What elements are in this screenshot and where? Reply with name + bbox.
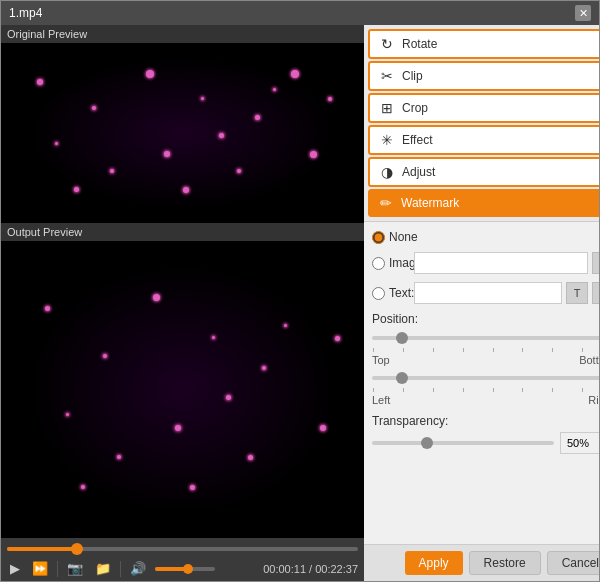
tool-buttons: ↻ Rotate ✂ Clip ⊞ Crop ✳ Effect ◑ Adju [364,25,599,222]
progress-fill [7,547,77,551]
effect-label: Effect [402,133,432,147]
transparency-label: Transparency: [372,414,599,428]
clip-label: Clip [402,69,423,83]
v-slider-labels: Left Right [372,394,599,406]
original-preview [1,43,364,223]
progress-thumb[interactable] [71,543,83,555]
rotate-icon: ↻ [378,36,396,52]
restore-button[interactable]: Restore [469,551,541,575]
text-grid-button[interactable]: ▦ [592,282,599,304]
window-title: 1.mp4 [9,6,42,20]
play-button[interactable]: ▶ [7,560,23,577]
image-browse-button[interactable]: … [592,252,599,274]
image-row: Image: … [372,252,599,274]
folder-button[interactable]: 📁 [92,560,114,577]
controls-bar: ▶ ⏩ 📷 📁 🔊 00:00:11 / 00:22:37 [1,538,364,581]
adjust-icon: ◑ [378,164,396,180]
clip-icon: ✂ [378,68,396,84]
position-label: Position: [372,312,599,326]
position-section: Position: Top Bottom [372,312,599,406]
text-input[interactable] [414,282,562,304]
h-slider-labels: Top Bottom [372,354,599,366]
crop-button[interactable]: ⊞ Crop [368,93,599,123]
mute-button[interactable]: 🔊 [127,560,149,577]
volume-thumb[interactable] [183,564,193,574]
main-window: 1.mp4 ✕ Original Preview [0,0,600,582]
rotate-label: Rotate [402,37,437,51]
v-ticks [372,388,599,392]
output-preview-label: Output Preview [1,223,364,241]
h-position-slider[interactable] [372,336,599,340]
titlebar: 1.mp4 ✕ [1,1,599,25]
right-panel: ↻ Rotate ✂ Clip ⊞ Crop ✳ Effect ◑ Adju [364,25,599,581]
watermark-label: Watermark [401,196,459,210]
output-preview [1,241,364,538]
screenshot-button[interactable]: 📷 [64,560,86,577]
h-ticks [372,348,599,352]
progress-track[interactable] [7,547,358,551]
crop-icon: ⊞ [378,100,396,116]
playback-controls: ▶ ⏩ 📷 📁 🔊 00:00:11 / 00:22:37 [7,560,358,577]
effect-button[interactable]: ✳ Effect [368,125,599,155]
transparency-thumb[interactable] [421,437,433,449]
volume-track[interactable] [155,567,215,571]
main-content: Original Preview Output Prev [1,25,599,581]
progress-bar-container[interactable] [7,542,358,556]
divider-2 [120,561,121,577]
transparency-slider[interactable] [372,441,554,445]
text-row: Text: T ▦ [372,282,599,304]
fast-forward-button[interactable]: ⏩ [29,560,51,577]
text-label[interactable]: Text: [372,286,410,300]
close-button[interactable]: ✕ [575,5,591,21]
bottom-bar: Apply Restore Cancel [364,544,599,581]
transparency-row: 50% 0%10%20%30% 40%50%60% 70%80%90%100% [372,432,599,454]
text-T-button[interactable]: T [566,282,588,304]
h-slider-thumb[interactable] [396,332,408,344]
none-radio[interactable] [372,231,385,244]
divider-1 [57,561,58,577]
volume-slider-container[interactable] [155,567,215,571]
v-slider-thumb[interactable] [396,372,408,384]
transparency-select[interactable]: 50% 0%10%20%30% 40%50%60% 70%80%90%100% [560,432,599,454]
adjust-button[interactable]: ◑ Adjust [368,157,599,187]
original-preview-label: Original Preview [1,25,364,43]
time-display: 00:00:11 / 00:22:37 [263,563,358,575]
adjust-label: Adjust [402,165,435,179]
effect-icon: ✳ [378,132,396,148]
image-radio[interactable] [372,257,385,270]
transparency-section: Transparency: 50% 0%10%20%30% 40%50%60% … [372,414,599,454]
left-panel: Original Preview Output Prev [1,25,364,581]
v-position-slider[interactable] [372,376,599,380]
crop-label: Crop [402,101,428,115]
text-radio[interactable] [372,287,385,300]
none-row: None [372,230,599,244]
image-input[interactable] [414,252,588,274]
cancel-button[interactable]: Cancel [547,551,599,575]
image-label[interactable]: Image: [372,256,410,270]
none-label[interactable]: None [372,230,418,244]
clip-button[interactable]: ✂ Clip [368,61,599,91]
rotate-button[interactable]: ↻ Rotate [368,29,599,59]
watermark-icon: ✏ [377,195,395,211]
watermark-button[interactable]: ✏ Watermark [368,189,599,217]
watermark-panel: None Image: … Text: [364,222,599,544]
apply-button[interactable]: Apply [405,551,463,575]
